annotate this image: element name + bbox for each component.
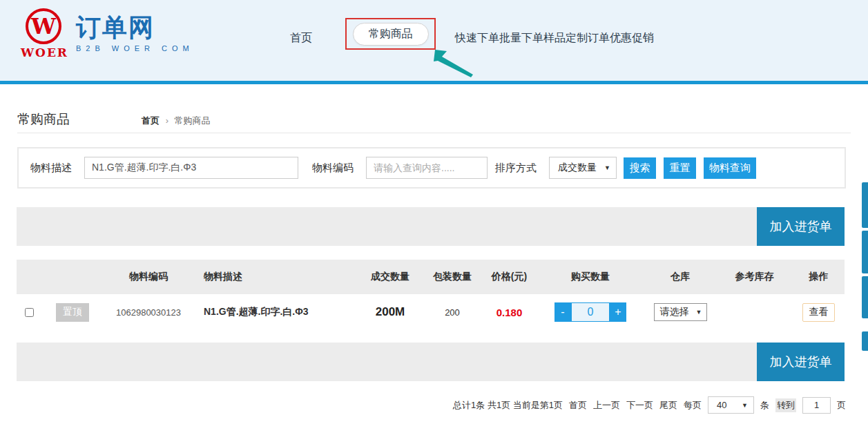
goto-page-input[interactable] <box>802 397 831 414</box>
table-row: 置顶 1062980030123 N1.G管.超薄.印字.白.Φ3 200M 2… <box>17 294 845 330</box>
sort-mode-select[interactable]: 成交数量 ▼ <box>549 157 617 179</box>
nav-item-frequent-goods[interactable]: 常购商品 <box>353 23 429 46</box>
nav-item-quick-order[interactable]: 快速下单 <box>455 31 499 46</box>
nav-item-home[interactable]: 首页 <box>290 31 312 46</box>
pagination-summary: 总计1条 共1页 当前是第1页 <box>453 399 563 412</box>
pin-to-top-button[interactable]: 置顶 <box>56 303 89 322</box>
filter-bar: 物料描述 物料编码 排序方式 成交数量 ▼ 搜索 重置 物料查询 <box>17 147 846 189</box>
quantity-plus-button[interactable]: + <box>610 302 626 322</box>
page: W WOER 订单网 B2B WOER COM 首页 常购商品 快速下单 批量下… <box>0 0 868 424</box>
annotation-red-box: 常购商品 <box>345 18 436 50</box>
search-button[interactable]: 搜索 <box>624 157 656 179</box>
per-page-value: 40 <box>717 400 726 410</box>
chevron-down-icon: ▼ <box>742 402 748 409</box>
section-divider <box>17 133 851 133</box>
pagination-next[interactable]: 下一页 <box>626 399 653 412</box>
site-name: 订单网 <box>76 12 194 42</box>
action-bar-bottom: 加入进货单 <box>17 343 845 381</box>
reset-button[interactable]: 重置 <box>664 157 696 179</box>
header-divider <box>0 81 868 84</box>
action-bar-top: 加入进货单 <box>17 207 845 246</box>
site-subtitle: B2B WOER COM <box>76 44 194 52</box>
side-panel-tab-3[interactable] <box>862 276 868 318</box>
header-operation: 操作 <box>794 271 843 283</box>
table-header: 物料编码 物料描述 成交数量 包装数量 价格(元) 购买数量 仓库 参考库存 操… <box>17 260 845 294</box>
breadcrumb-separator: › <box>166 115 168 126</box>
per-page-select[interactable]: 40 ▼ <box>708 396 754 414</box>
nav-item-bulk-order[interactable]: 批量下单 <box>499 31 543 46</box>
header-material-desc: 物料描述 <box>193 271 359 283</box>
nav-item-promotions[interactable]: 优惠促销 <box>610 31 654 46</box>
pagination-first[interactable]: 首页 <box>569 399 587 412</box>
nav-item-custom-order[interactable]: 定制订单 <box>566 31 610 46</box>
sort-mode-value: 成交数量 <box>558 162 597 174</box>
side-panel-tab-4[interactable] <box>862 331 868 351</box>
per-page-unit: 条 <box>760 399 769 412</box>
header-deal-qty: 成交数量 <box>359 271 421 283</box>
page-unit: 页 <box>837 399 846 412</box>
warehouse-select[interactable]: 请选择 ▼ <box>654 303 707 321</box>
woer-ring-icon: W <box>26 8 61 44</box>
cell-material-code: 1062980030123 <box>104 307 193 318</box>
header-warehouse: 仓库 <box>646 271 715 283</box>
pagination-prev[interactable]: 上一页 <box>593 399 620 412</box>
breadcrumb: 首页 › 常购商品 <box>142 115 211 127</box>
goto-label: 转到 <box>775 398 796 412</box>
logo-brand-text: WOER <box>21 46 66 59</box>
material-desc-label: 物料描述 <box>30 162 72 175</box>
main-nav: 首页 常购商品 快速下单 批量下单 样品 定制订单 优惠促销 <box>290 26 654 50</box>
cell-deal-qty: 200M <box>359 305 421 319</box>
quantity-minus-button[interactable]: - <box>554 302 571 322</box>
header-pack-qty: 包装数量 <box>421 271 483 283</box>
pagination-last[interactable]: 尾页 <box>659 399 677 412</box>
cell-price: 0.180 <box>483 307 535 318</box>
pagination: 总计1条 共1页 当前是第1页 首页 上一页 下一页 尾页 每页 40 ▼ 条 … <box>453 396 846 414</box>
header-price: 价格(元) <box>483 271 535 283</box>
material-desc-input[interactable] <box>84 157 298 179</box>
logo-monogram: W <box>31 15 56 37</box>
breadcrumb-current: 常购商品 <box>175 115 211 126</box>
row-checkbox[interactable] <box>25 308 34 317</box>
per-page-label: 每页 <box>684 399 702 412</box>
add-to-purchase-list-button-top[interactable]: 加入进货单 <box>757 207 845 246</box>
logo[interactable]: W WOER 订单网 B2B WOER COM <box>21 7 194 59</box>
side-panel-tab-1[interactable] <box>862 182 868 228</box>
side-panel-tab-2[interactable] <box>862 231 868 273</box>
view-button[interactable]: 查看 <box>802 303 835 322</box>
chevron-down-icon: ▼ <box>696 309 702 316</box>
woer-logo-mark: W WOER <box>21 7 66 59</box>
breadcrumb-home[interactable]: 首页 <box>142 115 160 126</box>
add-to-purchase-list-button-bottom[interactable]: 加入进货单 <box>757 343 845 381</box>
chevron-down-icon: ▼ <box>604 164 610 171</box>
header: W WOER 订单网 B2B WOER COM 首页 常购商品 快速下单 批量下… <box>0 0 868 81</box>
quantity-stepper: - + <box>554 302 626 322</box>
material-query-button[interactable]: 物料查询 <box>704 157 756 179</box>
sort-mode-label: 排序方式 <box>495 162 537 175</box>
header-buy-qty: 购买数量 <box>535 271 646 283</box>
warehouse-value: 请选择 <box>660 306 689 318</box>
material-code-label: 物料编码 <box>312 162 354 175</box>
quantity-input[interactable] <box>571 302 610 322</box>
material-code-input[interactable] <box>366 157 488 179</box>
header-ref-stock: 参考库存 <box>715 271 794 283</box>
header-material-code: 物料编码 <box>104 271 193 283</box>
page-title: 常购商品 <box>17 110 70 128</box>
cell-material-desc: N1.G管.超薄.印字.白.Φ3 <box>193 306 359 318</box>
cell-pack-qty: 200 <box>421 307 483 318</box>
nav-item-samples[interactable]: 样品 <box>543 31 566 46</box>
